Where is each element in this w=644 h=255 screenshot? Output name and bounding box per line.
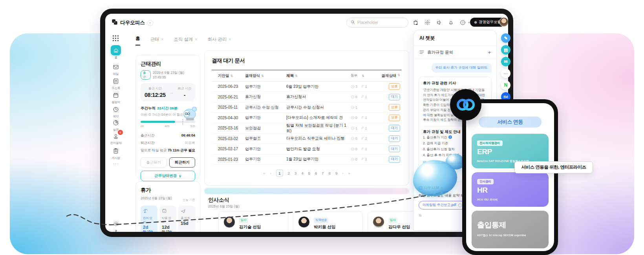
table-row[interactable]: 2025-05-11 근무시간 수정 신청 근무시간 수정 신청서 1 보류 bbox=[212, 102, 402, 113]
gear-icon[interactable] bbox=[424, 19, 431, 26]
prev-page-button[interactable]: ‹ bbox=[270, 171, 271, 175]
chevron-down-icon: ∨ bbox=[179, 174, 181, 178]
approval-table-header: 기안일⇅ 결재양식⇅ 제목⇅ 첨부⇅ 결재상태⇅ bbox=[212, 70, 402, 82]
calendar-check-icon bbox=[162, 208, 174, 214]
close-icon[interactable]: × bbox=[195, 37, 198, 42]
integration-icon[interactable]: N bbox=[501, 80, 510, 90]
new-chat-button[interactable]: + bbox=[488, 49, 491, 55]
sidebar-item-calendar[interactable]: 캘린더 bbox=[105, 91, 126, 104]
attachment-count: 1 bbox=[360, 95, 367, 99]
tab-attendance[interactable]: 근태× bbox=[150, 36, 164, 46]
ai-panel-title: AI 챗봇 bbox=[414, 30, 496, 46]
mobile-device-frame: 서비스 연동 전사적자원관리 ERP NewZen SAP DOUZONE 영림… bbox=[462, 99, 558, 255]
attendance-datetime: 2025년 6월 23일 (월) 10:45:35 bbox=[153, 71, 195, 79]
search-input[interactable]: Placeholder bbox=[346, 18, 408, 27]
page-number[interactable]: 8 bbox=[329, 171, 331, 175]
table-row[interactable]: 2025-02-17 업무기안 법인카드 발급 요청 0 1 대기 bbox=[212, 144, 402, 155]
speaker-icon[interactable] bbox=[436, 19, 443, 26]
sidebar-more-button[interactable]: ··· bbox=[105, 160, 126, 167]
used-leave-tile[interactable]: 사용 연차 12d 6h 15m bbox=[159, 206, 176, 232]
user-avatar[interactable] bbox=[499, 17, 508, 27]
integration-icon[interactable]: ⋯ bbox=[501, 69, 510, 78]
table-row[interactable]: 2025-03-02 업무협조 다우오피스 직무교육 세미나 진행 0 2 대기 bbox=[212, 134, 402, 144]
approval-pending-card: 결재 대기 문서 기안일⇅ 결재양식⇅ 제목⇅ 첨부⇅ 결재상태⇅ 2025-0… bbox=[204, 50, 409, 186]
close-icon[interactable]: × bbox=[229, 37, 231, 42]
sidebar-item-board[interactable]: 게시판 bbox=[105, 147, 126, 160]
approval-table: 기안일⇅ 결재양식⇅ 제목⇅ 첨부⇅ 결재상태⇅ 2025-06-23 업무기안… bbox=[212, 70, 402, 177]
status-badge: 대기 bbox=[389, 146, 400, 152]
vacation-card: 휴가 2025년 6월 23일 (월) 오늘 기준 잔여 연차 2d 6h 15… bbox=[135, 181, 200, 232]
page-number[interactable]: 9 bbox=[335, 171, 337, 175]
cart-icon[interactable] bbox=[412, 19, 419, 26]
page-number[interactable]: 6 bbox=[315, 171, 317, 175]
integration-icon[interactable]: ✉ bbox=[501, 57, 510, 66]
daouoffice-logo-icon bbox=[112, 19, 118, 27]
clock-out-button[interactable]: 퇴근하기 bbox=[169, 157, 196, 168]
status-badge: 보류 bbox=[389, 104, 400, 111]
clock-in-out-box: 출근 시간 08:12:25 → 퇴근 시간 - bbox=[141, 83, 195, 101]
integration-icon[interactable]: ✎ bbox=[501, 33, 510, 43]
person-name: 김기술 선임 bbox=[239, 224, 283, 230]
partner-logos: ADT캡스 kt telecop SECOM suprema bbox=[477, 233, 543, 237]
help-icon[interactable]: ? bbox=[459, 19, 466, 26]
sort-icon: ⇅ bbox=[231, 74, 233, 78]
attendance-title: 근태관리 bbox=[141, 60, 195, 67]
person-badge: 입사 bbox=[388, 218, 397, 223]
sidebar-item-survey[interactable]: 설문 bbox=[105, 119, 126, 132]
table-row[interactable]: 2025-06-23 업무기안 6월 23일 업무기안 3 1 보류 bbox=[212, 82, 402, 92]
tab-company-admin[interactable]: 회사 관리× bbox=[207, 36, 231, 46]
person-card[interactable]: 직책변경 박키움 선임 애플리케이션디자인팀 발령일자 : 2025-04-01 bbox=[293, 211, 363, 232]
brand-logo[interactable]: 다우오피스 ▾ bbox=[112, 19, 153, 27]
sort-icon: ⇅ bbox=[295, 74, 298, 78]
integration-shortcut-icons: ✎▤✉⋯NBé bbox=[501, 33, 510, 102]
total-leave-tile[interactable]: 총 연차 15d bbox=[178, 206, 195, 232]
clock-in-button[interactable]: 출근하기 bbox=[141, 157, 167, 168]
table-row[interactable]: 2025-03-16 보안점검 팀별 자체 보안점검표 작성 (분기 1회) 1… bbox=[212, 123, 402, 134]
citation-marker: 1 bbox=[448, 135, 452, 139]
page-number[interactable]: 4 bbox=[301, 171, 303, 175]
close-icon[interactable]: × bbox=[161, 37, 164, 42]
sidebar-org-chart[interactable] bbox=[105, 230, 126, 232]
clock-icon bbox=[112, 106, 120, 113]
sidebar-item-home[interactable]: 홈 bbox=[105, 45, 126, 60]
page-number[interactable]: 5 bbox=[308, 171, 310, 175]
comment-count: 0 bbox=[351, 147, 357, 151]
bell-icon[interactable] bbox=[448, 19, 454, 26]
vacation-title: 휴가 bbox=[141, 187, 195, 194]
work-status-change-button[interactable]: 근무상태변경∨ bbox=[141, 171, 195, 181]
sidebar-settings[interactable] bbox=[105, 221, 126, 228]
approval-title: 결재 대기 문서 bbox=[212, 57, 402, 64]
remaining-leave-tile[interactable]: 잔여 연차 2d 6h 15m bbox=[141, 206, 157, 232]
last-page-button[interactable]: » bbox=[348, 171, 350, 175]
person-card[interactable]: 입사 김기술 선임 다우오피스 개발팀 발령일자 : 2025-05-29 bbox=[218, 211, 288, 232]
table-row[interactable]: 2025-01-23 업무기안 1월 23일 업무기안 0 1 대기 bbox=[212, 155, 402, 165]
sidebar-item-booking[interactable]: 예약 bbox=[105, 106, 126, 118]
sidebar-item-contacts[interactable]: 주소록 bbox=[105, 77, 126, 90]
integration-card[interactable]: 인사관리 HR HCG iSU 피어씨 bbox=[472, 172, 549, 207]
file-chip[interactable]: 마케팅팀 주간보고.pdf bbox=[419, 201, 466, 209]
app-launcher-icon[interactable] bbox=[113, 35, 119, 42]
sidebar-item-approval[interactable]: 8 전자결재 bbox=[105, 132, 126, 145]
attachment-count: 1 bbox=[360, 147, 367, 151]
integration-icon[interactable]: ▤ bbox=[501, 45, 510, 55]
table-row[interactable]: 2025-04-30 업무기안 [다우오피스] 소개자료 제작의 건 0 1 보… bbox=[212, 113, 402, 124]
page-number[interactable]: 7 bbox=[322, 171, 324, 175]
integration-title: HR bbox=[477, 186, 543, 195]
integration-title: ERP bbox=[477, 148, 543, 156]
hamburger-icon[interactable] bbox=[419, 50, 424, 55]
page-number[interactable]: 2 bbox=[288, 171, 290, 175]
page-number[interactable]: 3 bbox=[295, 171, 296, 175]
status-badge: 대기 bbox=[389, 94, 400, 100]
first-page-button[interactable]: « bbox=[263, 171, 265, 175]
chevron-down-icon[interactable]: ▾ bbox=[468, 21, 470, 24]
integration-card[interactable]: 출입통제 ADT캡스 kt telecop SECOM suprema bbox=[472, 211, 549, 248]
clock-in-status-badge: 출근 bbox=[141, 70, 151, 80]
chevron-down-icon[interactable]: ▾ bbox=[147, 20, 153, 26]
tab-home[interactable]: 홈 bbox=[135, 36, 140, 46]
page-number[interactable]: 1 bbox=[276, 169, 283, 177]
person-badge: 입사 bbox=[239, 218, 248, 223]
table-row[interactable]: 2025-06-21 휴가신청 휴가신청서 0 1 대기 bbox=[212, 92, 402, 103]
next-page-button[interactable]: › bbox=[342, 171, 343, 175]
tab-org-design[interactable]: 조직 설계× bbox=[174, 36, 197, 46]
sidebar-item-mail[interactable]: 메일 bbox=[105, 63, 126, 76]
